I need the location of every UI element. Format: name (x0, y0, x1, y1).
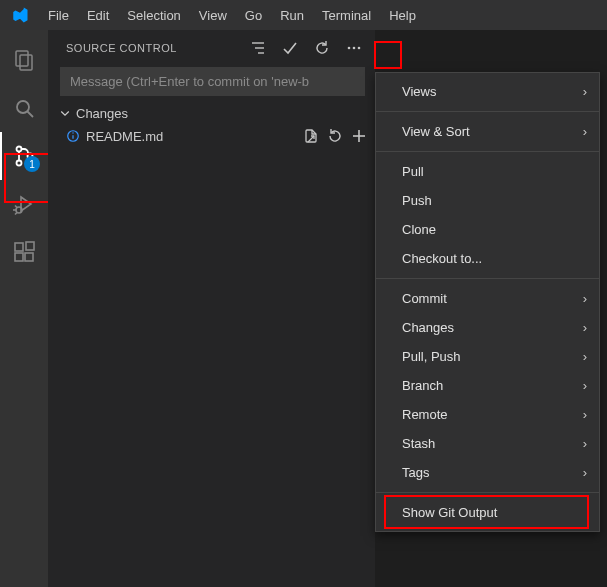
svg-rect-14 (25, 253, 33, 261)
menu-label: Views (402, 84, 436, 99)
menu-terminal[interactable]: Terminal (314, 4, 379, 27)
menu-label: Clone (402, 222, 436, 237)
menu-edit[interactable]: Edit (79, 4, 117, 27)
svg-point-19 (348, 46, 351, 49)
menu-label: Branch (402, 378, 443, 393)
activity-run-debug[interactable] (0, 180, 48, 228)
file-name: README.md (86, 129, 297, 144)
more-actions-icon[interactable] (343, 37, 365, 59)
panel-title: SOURCE CONTROL (66, 42, 241, 54)
changes-section[interactable]: Changes (48, 102, 375, 124)
chevron-right-icon: › (583, 349, 587, 364)
svg-point-2 (17, 101, 29, 113)
svg-line-10 (15, 206, 17, 208)
svg-point-21 (358, 46, 361, 49)
menu-show-git-output[interactable]: Show Git Output (376, 498, 599, 527)
chevron-right-icon: › (583, 407, 587, 422)
svg-rect-12 (15, 243, 23, 251)
discard-changes-icon[interactable] (327, 128, 343, 144)
activity-search[interactable] (0, 84, 48, 132)
menu-run[interactable]: Run (272, 4, 312, 27)
menu-label: Checkout to... (402, 251, 482, 266)
menu-label: Show Git Output (402, 505, 497, 520)
menu-branch[interactable]: Branch › (376, 371, 599, 400)
activity-bar: 1 (0, 30, 48, 587)
menu-label: Commit (402, 291, 447, 306)
svg-rect-0 (16, 51, 28, 66)
svg-line-3 (28, 112, 34, 118)
menu-file[interactable]: File (40, 4, 77, 27)
activity-extensions[interactable] (0, 228, 48, 276)
menu-label: Pull (402, 164, 424, 179)
chevron-right-icon: › (583, 291, 587, 306)
menu-label: Tags (402, 465, 429, 480)
highlight-more-actions (374, 41, 402, 69)
svg-rect-1 (20, 55, 32, 70)
menu-separator (376, 111, 599, 112)
chevron-right-icon: › (583, 124, 587, 139)
open-file-icon[interactable] (303, 128, 319, 144)
source-control-panel: SOURCE CONTROL Changes README. (48, 30, 375, 587)
menu-separator (376, 492, 599, 493)
menu-checkout[interactable]: Checkout to... (376, 244, 599, 273)
commit-message-input[interactable] (60, 67, 365, 96)
chevron-down-icon (58, 107, 72, 119)
menu-label: Changes (402, 320, 454, 335)
activity-explorer[interactable] (0, 36, 48, 84)
menu-remote[interactable]: Remote › (376, 400, 599, 429)
panel-header: SOURCE CONTROL (48, 30, 375, 65)
menu-pull[interactable]: Pull (376, 157, 599, 186)
scm-badge: 1 (24, 156, 40, 172)
svg-line-11 (15, 213, 17, 215)
menu-view-sort[interactable]: View & Sort › (376, 117, 599, 146)
menu-view[interactable]: View (191, 4, 235, 27)
menu-label: Pull, Push (402, 349, 461, 364)
commit-icon[interactable] (279, 37, 301, 59)
menu-clone[interactable]: Clone (376, 215, 599, 244)
svg-rect-15 (26, 242, 34, 250)
svg-point-20 (353, 46, 356, 49)
stage-changes-icon[interactable] (351, 128, 367, 144)
menu-separator (376, 278, 599, 279)
menu-tags[interactable]: Tags › (376, 458, 599, 487)
menu-label: Stash (402, 436, 435, 451)
menubar: File Edit Selection View Go Run Terminal… (0, 0, 607, 30)
chevron-right-icon: › (583, 378, 587, 393)
menu-stash[interactable]: Stash › (376, 429, 599, 458)
svg-point-5 (17, 161, 22, 166)
menu-selection[interactable]: Selection (119, 4, 188, 27)
menu-push[interactable]: Push (376, 186, 599, 215)
menu-separator (376, 151, 599, 152)
menu-go[interactable]: Go (237, 4, 270, 27)
svg-point-24 (72, 132, 73, 133)
menu-label: Push (402, 193, 432, 208)
view-as-tree-icon[interactable] (247, 37, 269, 59)
refresh-icon[interactable] (311, 37, 333, 59)
menu-views[interactable]: Views › (376, 77, 599, 106)
changes-label: Changes (76, 106, 128, 121)
vscode-icon (10, 5, 30, 25)
chevron-right-icon: › (583, 436, 587, 451)
file-info-icon (66, 129, 80, 143)
chevron-right-icon: › (583, 465, 587, 480)
svg-point-4 (17, 147, 22, 152)
chevron-right-icon: › (583, 84, 587, 99)
menu-label: View & Sort (402, 124, 470, 139)
menu-commit[interactable]: Commit › (376, 284, 599, 313)
scm-context-menu: Views › View & Sort › Pull Push Clone Ch… (375, 72, 600, 532)
svg-rect-13 (15, 253, 23, 261)
activity-source-control[interactable]: 1 (0, 132, 48, 180)
menu-changes[interactable]: Changes › (376, 313, 599, 342)
menu-label: Remote (402, 407, 448, 422)
changed-file-row[interactable]: README.md (48, 124, 375, 148)
chevron-right-icon: › (583, 320, 587, 335)
menu-help[interactable]: Help (381, 4, 424, 27)
menu-pull-push[interactable]: Pull, Push › (376, 342, 599, 371)
